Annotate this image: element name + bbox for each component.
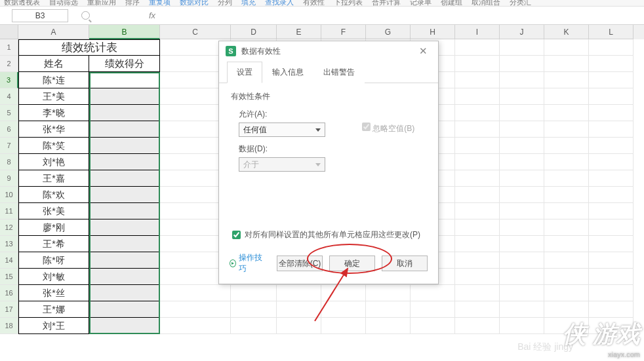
row-header[interactable]: 11 [0,203,18,219]
cell[interactable] [411,318,455,334]
col-header[interactable]: H [411,25,455,39]
cell[interactable] [89,219,160,236]
cell[interactable] [544,88,589,105]
cell[interactable]: 绩效得分 [89,56,160,72]
cell[interactable] [89,236,160,252]
col-header[interactable]: A [18,25,89,39]
cell[interactable] [500,203,544,219]
cell[interactable] [544,138,589,154]
search-icon[interactable] [81,11,90,20]
cell[interactable] [589,72,634,88]
cell[interactable] [500,88,544,105]
tb-item[interactable]: 排序 [125,0,140,7]
cell[interactable] [544,236,589,252]
col-header[interactable]: C [160,25,231,39]
cell[interactable] [455,236,500,252]
cell[interactable] [544,39,589,56]
cell[interactable]: 陈*呀 [18,252,89,269]
cell[interactable] [500,187,544,203]
cell[interactable] [455,72,500,88]
cell[interactable] [321,301,366,318]
cell[interactable] [544,187,589,203]
cell[interactable] [89,154,160,170]
cell[interactable]: 王*美 [18,88,89,105]
cell[interactable] [500,301,544,318]
apply-others-checkbox[interactable]: 对所有同样设置的其他所有单元格应用这些更改(P) [232,229,426,240]
cell[interactable] [544,56,589,72]
cell[interactable]: 王*希 [18,236,89,252]
table-title[interactable]: 绩效统计表 [18,39,160,56]
col-header[interactable]: J [500,25,544,39]
cell[interactable] [589,88,634,105]
cell[interactable] [589,170,634,187]
cell[interactable] [589,154,634,170]
ok-button[interactable]: 确定 [329,256,375,271]
cell[interactable]: 刘*王 [18,318,89,334]
tab-error-alert[interactable]: 出错警告 [313,62,365,83]
tb-item[interactable]: 合并计算 [372,0,401,7]
cell[interactable] [455,269,500,285]
cell[interactable] [89,301,160,318]
cell[interactable] [500,170,544,187]
cell[interactable] [455,170,500,187]
cell[interactable]: 张*华 [18,121,89,138]
cell[interactable] [589,301,634,318]
cell[interactable] [89,252,160,269]
cell[interactable] [89,121,160,138]
tb-item[interactable]: 重新应用 [87,0,116,7]
cell[interactable]: 刘*敏 [18,269,89,285]
close-icon[interactable]: ✕ [415,44,432,58]
cell[interactable]: 陈*笑 [18,138,89,154]
row-header[interactable]: 13 [0,236,18,252]
tab-input-message[interactable]: 输入信息 [262,62,313,83]
name-box[interactable]: B3 [12,9,68,22]
cell[interactable] [455,318,500,334]
cell[interactable] [500,236,544,252]
cell[interactable] [589,39,634,56]
row-header[interactable]: 2 [0,56,18,72]
col-header[interactable]: E [277,25,321,39]
cell[interactable] [455,219,500,236]
row-header[interactable]: 7 [0,138,18,154]
cell[interactable] [89,72,160,88]
row-header[interactable]: 16 [0,285,18,301]
tb-item[interactable]: 下拉列表 [334,0,363,7]
row-header[interactable]: 9 [0,170,18,187]
cell[interactable] [231,285,277,301]
cell[interactable] [544,170,589,187]
cell[interactable] [544,301,589,318]
cell[interactable]: 王*嘉 [18,170,89,187]
cell[interactable] [500,138,544,154]
cell[interactable] [89,88,160,105]
cell[interactable] [544,121,589,138]
row-header[interactable]: 5 [0,105,18,121]
cell[interactable] [455,56,500,72]
cell[interactable] [89,285,160,301]
cell[interactable] [277,285,321,301]
cancel-button[interactable]: 取消 [382,256,428,271]
cell[interactable] [589,138,634,154]
cell[interactable] [321,318,366,334]
cell[interactable] [500,269,544,285]
cell[interactable] [500,121,544,138]
cell[interactable] [589,219,634,236]
cell[interactable] [544,252,589,269]
cell[interactable] [160,301,231,318]
fx-icon[interactable]: fx [149,10,155,20]
cell[interactable] [589,105,634,121]
tb-item[interactable]: 创建组 [441,0,462,7]
cell[interactable] [89,318,160,334]
cell[interactable] [500,219,544,236]
tb-item[interactable]: 数据透视表 [4,0,40,7]
cell[interactable] [544,269,589,285]
cell[interactable]: 姓名 [18,56,89,72]
cell[interactable] [500,318,544,334]
col-header[interactable]: G [366,25,411,39]
cell[interactable] [455,252,500,269]
cell[interactable] [544,154,589,170]
dialog-titlebar[interactable]: S 数据有效性 ✕ [219,41,438,61]
cell[interactable] [231,301,277,318]
cell[interactable] [455,187,500,203]
cell[interactable]: 王*娜 [18,301,89,318]
cell[interactable] [455,88,500,105]
